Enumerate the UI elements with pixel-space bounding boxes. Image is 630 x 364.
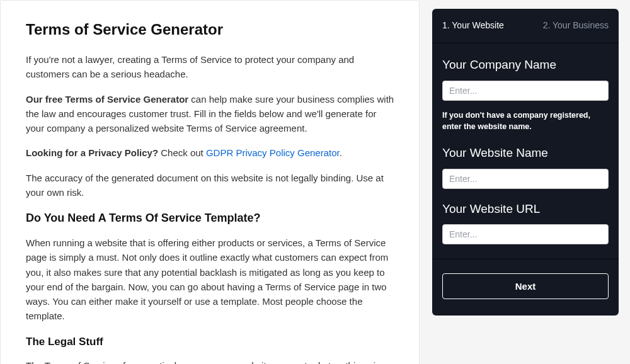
- privacy-policy-callout: Looking for a Privacy Policy? Check out …: [26, 145, 396, 160]
- disclaimer: The accuracy of the generated document o…: [26, 171, 396, 200]
- tab-your-business[interactable]: 2. Your Business: [524, 9, 619, 42]
- website-name-label: Your Website Name: [442, 144, 609, 162]
- form-fields: Your Company Name If you don't have a co…: [432, 43, 619, 259]
- page-title: Terms of Service Generator: [26, 18, 396, 41]
- template-paragraph: When running a website that is offering …: [26, 236, 396, 324]
- gdpr-link[interactable]: GDPR Privacy Policy Generator: [206, 147, 340, 158]
- section-heading-need-template: Do You Need A Terms Of Service Template?: [26, 210, 396, 227]
- company-name-label: Your Company Name: [442, 56, 609, 74]
- legal-paragraph: The Terms of Service of any particular c…: [26, 358, 396, 364]
- company-name-input[interactable]: [442, 81, 609, 101]
- website-url-input[interactable]: [442, 224, 609, 244]
- form-sidebar: 1. Your Website 2. Your Business Your Co…: [432, 9, 619, 364]
- company-name-hint: If you don't have a company registered, …: [442, 110, 609, 134]
- main-content: Terms of Service Generator If you're not…: [0, 0, 420, 364]
- form-tabs: 1. Your Website 2. Your Business: [432, 9, 619, 43]
- bold-lead: Our free Terms of Service Generator: [26, 94, 188, 105]
- tab-your-website[interactable]: 1. Your Website: [432, 9, 524, 42]
- generator-description: Our free Terms of Service Generator can …: [26, 92, 396, 136]
- website-url-label: Your Website URL: [442, 200, 609, 219]
- bold-question: Looking for a Privacy Policy?: [26, 147, 158, 158]
- next-button[interactable]: Next: [442, 273, 609, 299]
- website-name-input[interactable]: [442, 169, 609, 189]
- intro-paragraph: If you're not a lawyer, creating a Terms…: [26, 52, 396, 82]
- section-heading-legal: The Legal Stuff: [26, 334, 396, 350]
